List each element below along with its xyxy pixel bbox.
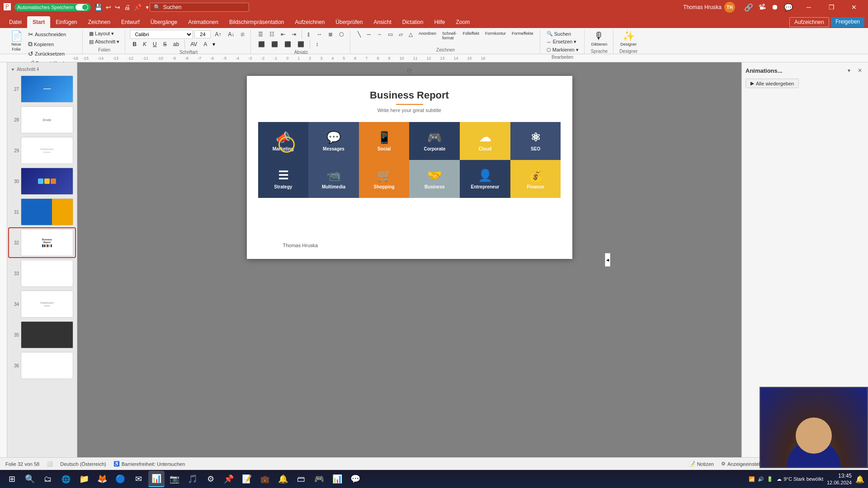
- text-direction-button[interactable]: ↔: [314, 30, 325, 39]
- justify-button[interactable]: ⬛: [295, 40, 307, 49]
- icon-finance[interactable]: 💰 Finance: [510, 160, 561, 198]
- tab-start[interactable]: Start: [27, 16, 50, 28]
- increase-indent-button[interactable]: ⇥: [289, 30, 299, 39]
- outline-button[interactable]: Formkontur: [482, 30, 509, 37]
- explorer-button[interactable]: 📁: [76, 471, 92, 487]
- icon-business[interactable]: 🤝 Business: [409, 160, 460, 198]
- start-button[interactable]: ⊞: [4, 471, 20, 487]
- tab-ueberpruefen[interactable]: Überprüfen: [330, 16, 368, 28]
- edge-button[interactable]: 🌐: [58, 471, 74, 487]
- shape5[interactable]: ▱: [396, 30, 406, 39]
- shape4[interactable]: ▭: [385, 30, 396, 39]
- share-icon[interactable]: 🔗: [744, 3, 753, 12]
- zuruecksetzen-button[interactable]: ↺ Zurücksetzen: [26, 49, 79, 58]
- icon-social[interactable]: 📱 Social: [359, 122, 410, 160]
- shape6[interactable]: △: [406, 30, 415, 39]
- tab-datei[interactable]: Datei: [4, 16, 27, 28]
- align-left-button[interactable]: ⬛: [255, 40, 268, 49]
- comments-icon[interactable]: 💬: [784, 3, 793, 12]
- outlook-button[interactable]: ✉: [130, 471, 146, 487]
- panel-collapse-button[interactable]: ▾: [844, 66, 854, 75]
- chat-button[interactable]: 💬: [347, 471, 363, 487]
- align-right-button[interactable]: ⬛: [282, 40, 294, 49]
- pin-icon[interactable]: 📌: [134, 4, 142, 11]
- icon-multimedia[interactable]: 📹 Multimedia: [308, 160, 359, 198]
- clock-area[interactable]: 13:45 12.06.2024: [827, 473, 852, 485]
- firefox-button[interactable]: 🦊: [94, 471, 110, 487]
- icon-strategy[interactable]: ☰ Strategy: [258, 160, 309, 198]
- smartart-button[interactable]: ⬡: [336, 30, 346, 39]
- font-color-dropdown[interactable]: ▾: [211, 40, 217, 48]
- suchen-button[interactable]: 🔍 Suchen: [545, 30, 580, 38]
- slide-thumb-28[interactable]: 28 Ende: [9, 105, 75, 134]
- canvas-area[interactable]: ⟳ Business Report Write here your great …: [77, 62, 741, 457]
- diktieren-button[interactable]: 🎙 Diktieren: [589, 30, 610, 48]
- restore-button[interactable]: ❐: [821, 0, 842, 14]
- task-view-button[interactable]: 🗂: [40, 471, 56, 487]
- onenote-button[interactable]: 📝: [239, 471, 255, 487]
- close-button[interactable]: ✕: [844, 0, 864, 14]
- decrease-font-button[interactable]: A↓: [225, 30, 237, 39]
- tab-praesentation[interactable]: Bildschirmpräsentation: [224, 16, 289, 28]
- teams-button[interactable]: 💼: [257, 471, 273, 487]
- notes-item[interactable]: 📝 Notizen: [689, 461, 714, 467]
- minimize-button[interactable]: ─: [798, 0, 819, 14]
- tab-zeichnen[interactable]: Zeichnen: [83, 16, 116, 28]
- arrange-button[interactable]: Anordnen: [416, 30, 439, 37]
- kopieren-button[interactable]: ⧉ Kopieren: [26, 39, 79, 49]
- slide-thumb-36[interactable]: 36: [9, 351, 75, 380]
- designer-button[interactable]: ✨ Designer: [618, 30, 639, 48]
- italic-button[interactable]: K: [140, 40, 149, 49]
- slide-thumb-33[interactable]: 33: [9, 259, 75, 288]
- layout-button[interactable]: ▦ Layout ▾: [87, 30, 121, 38]
- redo-icon[interactable]: ↪: [115, 4, 120, 11]
- tab-entwurf[interactable]: Entwurf: [116, 16, 145, 28]
- markieren-button[interactable]: ⬡ Markieren ▾: [545, 46, 580, 54]
- numbered-list-button[interactable]: ☷: [267, 30, 277, 39]
- abschnitt-button[interactable]: ▤ Abschnitt ▾: [87, 38, 121, 46]
- tab-dictation[interactable]: Dictation: [397, 16, 429, 28]
- effect-button[interactable]: Formeffekte: [509, 30, 536, 37]
- font-size-input[interactable]: [194, 30, 211, 38]
- strikethrough-button[interactable]: S: [160, 40, 170, 49]
- wifi-icon[interactable]: 📶: [749, 476, 755, 482]
- align-text-button[interactable]: ≣: [326, 30, 335, 39]
- font-name-selector[interactable]: Calibri: [130, 30, 193, 39]
- slide-thumb-30[interactable]: 30: [9, 167, 75, 196]
- excel-button[interactable]: 📊: [329, 471, 345, 487]
- camera-button[interactable]: 📷: [166, 471, 183, 487]
- game-button[interactable]: 🎮: [311, 471, 327, 487]
- slide-thumb-27[interactable]: 27 ━━━━: [9, 75, 75, 103]
- powerpoint-button[interactable]: 📊: [148, 471, 165, 487]
- qat-dropdown[interactable]: ▼: [145, 5, 150, 10]
- slide-title[interactable]: Business Report: [247, 89, 572, 101]
- tab-einfuegen[interactable]: Einfügen: [50, 16, 82, 28]
- section4-label[interactable]: ▼ Abschnitt 4: [9, 66, 75, 73]
- align-center-button[interactable]: ⬛: [269, 40, 281, 49]
- music-button[interactable]: 🎵: [184, 471, 201, 487]
- print-icon[interactable]: 🖨: [124, 4, 130, 11]
- notifications-button[interactable]: 🔔: [275, 471, 291, 487]
- icon-marketing[interactable]: 📣 Marketing: [258, 122, 309, 160]
- ausschneiden-button[interactable]: ✂ Ausschneiden: [26, 30, 79, 39]
- search-taskbar-button[interactable]: 🔍: [22, 471, 38, 487]
- chrome-button[interactable]: 🔵: [112, 471, 128, 487]
- increase-font-button[interactable]: A↑: [212, 30, 224, 39]
- accessibility-item[interactable]: ♿ Barrierefreiheit: Untersuchen: [113, 461, 185, 467]
- bold-button[interactable]: B: [130, 40, 139, 49]
- aufzeichnen-button[interactable]: Aufzeichnen: [789, 17, 829, 27]
- bullet-list-button[interactable]: ☰: [255, 30, 266, 39]
- shape3[interactable]: →: [374, 30, 385, 39]
- slide-thumb-29[interactable]: 29 Dashboard━━━━: [9, 136, 75, 165]
- shape1[interactable]: ╲: [355, 30, 363, 39]
- icon-corporate[interactable]: 🎮 Corporate: [409, 122, 460, 160]
- title-search-box[interactable]: 🔍 Suchen: [150, 3, 249, 12]
- panel-close-button[interactable]: ✕: [855, 66, 864, 75]
- shape2[interactable]: ─: [364, 30, 373, 39]
- tab-zoom[interactable]: Zoom: [450, 16, 475, 28]
- icon-shopping[interactable]: 🛒 Shopping: [359, 160, 410, 198]
- rotate-handle[interactable]: ⟳: [407, 67, 412, 74]
- slide-thumb-32[interactable]: 32 BusinessReport: [9, 228, 75, 257]
- weather-info[interactable]: ☁ 9°C Stark bewölkt: [777, 476, 823, 482]
- settings-taskbar-button[interactable]: ⚙: [203, 471, 219, 487]
